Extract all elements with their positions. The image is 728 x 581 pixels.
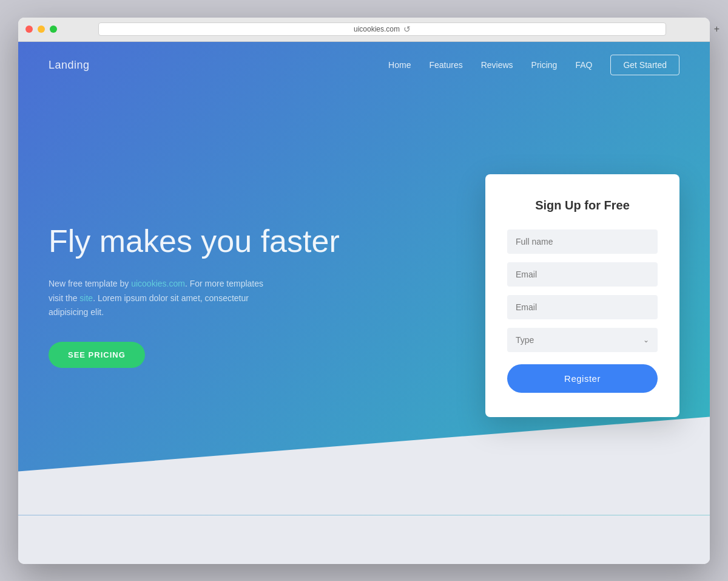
nav-link-home[interactable]: Home [388, 60, 411, 70]
bottom-section [18, 515, 710, 564]
description-link-uicookies[interactable]: uicookies.com [131, 279, 185, 288]
confirm-email-input[interactable] [507, 295, 658, 319]
browser-window: uicookies.com ↺ + Landing Home Features … [18, 18, 710, 564]
email-input[interactable] [507, 262, 658, 287]
signup-card: Sign Up for Free Type Personal Business … [485, 174, 679, 417]
hero-section: Landing Home Features Reviews Pricing FA… [18, 42, 710, 515]
hero-description: New free template by uicookies.com. For … [49, 277, 267, 320]
hero-body: Fly makes you faster New free template b… [18, 89, 710, 515]
type-select-wrapper: Type Personal Business Enterprise ⌄ [507, 328, 658, 352]
nav-link-features[interactable]: Features [429, 60, 462, 70]
maximize-button[interactable] [50, 25, 57, 33]
browser-chrome: uicookies.com ↺ + [18, 18, 710, 42]
see-pricing-button[interactable]: SEE PRICING [49, 342, 145, 368]
address-bar[interactable]: uicookies.com ↺ [98, 22, 666, 36]
nav-cta-button[interactable]: Get Started [610, 55, 679, 75]
minimize-button[interactable] [38, 25, 45, 33]
description-link-site[interactable]: site [79, 293, 93, 303]
url-text: uicookies.com [354, 25, 400, 33]
hero-left: Fly makes you faster New free template b… [49, 223, 340, 368]
navbar: Landing Home Features Reviews Pricing FA… [18, 42, 710, 89]
type-select[interactable]: Type Personal Business Enterprise [507, 328, 658, 352]
close-button[interactable] [25, 25, 33, 33]
nav-brand: Landing [49, 59, 90, 72]
nav-link-faq[interactable]: FAQ [575, 60, 592, 70]
register-button[interactable]: Register [507, 364, 658, 393]
nav-link-pricing[interactable]: Pricing [531, 60, 558, 70]
browser-content: Landing Home Features Reviews Pricing FA… [18, 42, 710, 564]
description-text: New free template by [49, 279, 131, 288]
reload-icon[interactable]: ↺ [403, 24, 411, 34]
signup-title: Sign Up for Free [507, 199, 658, 212]
nav-links: Home Features Reviews Pricing FAQ Get St… [388, 59, 679, 70]
fullname-input[interactable] [507, 229, 658, 254]
nav-link-reviews[interactable]: Reviews [481, 60, 513, 70]
hero-heading: Fly makes you faster [49, 223, 340, 260]
